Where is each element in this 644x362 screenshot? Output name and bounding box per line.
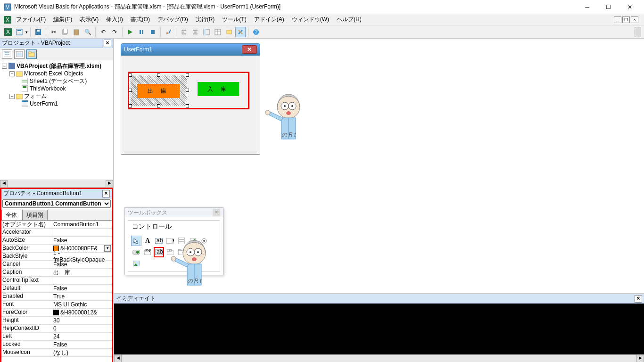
property-value[interactable]: False: [52, 285, 112, 292]
properties-grid[interactable]: (オブジェクト名)CommandButton1AcceleratorAutoSi…: [1, 221, 112, 362]
toolbox-titlebar[interactable]: ツールボックス ×: [125, 208, 223, 217]
save-icon[interactable]: [33, 27, 43, 37]
userform-titlebar[interactable]: UserForm1 ✕: [121, 43, 260, 56]
align-left-icon[interactable]: [179, 27, 189, 37]
property-row[interactable]: Accelerator: [1, 229, 112, 237]
copy-icon[interactable]: [60, 27, 70, 37]
immediate-close-button[interactable]: ×: [635, 295, 642, 303]
menu-help[interactable]: ヘルプ(H): [334, 16, 364, 24]
property-row[interactable]: HelpContextID0: [1, 325, 112, 333]
tabstrip-tool-icon[interactable]: [165, 247, 175, 257]
tab-all[interactable]: 全体: [1, 210, 21, 220]
menu-tools[interactable]: ツール(T): [219, 16, 249, 24]
scroll-left-icon[interactable]: ◀: [0, 180, 8, 188]
view-code-icon[interactable]: [2, 49, 12, 59]
resize-handle[interactable]: [186, 104, 189, 107]
immediate-textarea[interactable]: [114, 304, 644, 354]
userform-close-button[interactable]: ✕: [242, 45, 257, 54]
scroll-right-icon[interactable]: ▶: [106, 180, 113, 188]
image-tool-icon[interactable]: [131, 258, 141, 269]
scroll-left-icon[interactable]: ◀: [114, 355, 122, 362]
minimize-button[interactable]: ─: [577, 0, 598, 14]
project-explorer-icon[interactable]: [201, 27, 212, 37]
spinbutton-tool-icon[interactable]: [199, 247, 209, 257]
property-row[interactable]: DefaultFalse: [1, 285, 112, 293]
toolbar-overflow[interactable]: [635, 27, 641, 37]
property-value[interactable]: True: [52, 293, 112, 300]
mdi-restore[interactable]: ❐: [622, 16, 630, 23]
checkbox-tool-icon[interactable]: [188, 236, 198, 246]
menu-view[interactable]: 表示(V): [77, 16, 101, 24]
mdi-close[interactable]: ×: [631, 16, 638, 23]
immediate-titlebar[interactable]: イミディエイト ×: [114, 294, 644, 304]
menu-run[interactable]: 実行(R): [193, 16, 218, 24]
menu-addin[interactable]: アドイン(A): [251, 16, 287, 24]
property-value[interactable]: MS UI Gothic: [52, 301, 112, 308]
find-icon[interactable]: 🔍: [83, 27, 93, 37]
resize-handle[interactable]: [129, 89, 132, 92]
resize-handle[interactable]: [129, 104, 132, 107]
reset-icon[interactable]: [148, 27, 158, 37]
property-value[interactable]: (なし): [52, 349, 112, 356]
property-row[interactable]: EnabledTrue: [1, 293, 112, 301]
listbox-tool-icon[interactable]: [176, 236, 187, 246]
property-value[interactable]: 30: [52, 317, 112, 324]
menu-insert[interactable]: 挿入(I): [103, 16, 125, 24]
menu-file[interactable]: ファイル(F): [13, 16, 49, 24]
property-row[interactable]: Caption出 庫: [1, 269, 112, 277]
property-value[interactable]: False: [52, 261, 112, 268]
tree-root[interactable]: VBAProject (部品在庫管理.xlsm): [17, 62, 101, 70]
property-value[interactable]: 1 - fmBackStyleOpaque: [52, 253, 112, 260]
tree-collapse-icon[interactable]: −: [9, 71, 15, 76]
property-row[interactable]: ForeColor&H80000012&: [1, 309, 112, 317]
property-value[interactable]: CommandButton1: [52, 221, 112, 228]
close-button[interactable]: ✕: [619, 0, 640, 14]
view-object-icon[interactable]: [14, 49, 25, 59]
resize-handle[interactable]: [129, 74, 132, 77]
resize-handle[interactable]: [186, 74, 189, 77]
tree-forms[interactable]: フォーム: [24, 92, 47, 100]
property-row[interactable]: FontMS UI Gothic: [1, 301, 112, 309]
frame-tool-icon[interactable]: xy: [142, 247, 153, 257]
combobox-tool-icon[interactable]: ▾: [165, 236, 175, 246]
toolbox-window[interactable]: ツールボックス × コントロール A ab ▾ xy ab: [124, 207, 223, 275]
tab-categorized[interactable]: 項目別: [22, 210, 48, 220]
property-row[interactable]: CancelFalse: [1, 261, 112, 269]
break-icon[interactable]: [136, 27, 147, 37]
label-tool-icon[interactable]: A: [142, 236, 153, 246]
property-row[interactable]: AutoSizeFalse: [1, 237, 112, 245]
togglebutton-tool-icon[interactable]: [131, 247, 141, 257]
button-nyuuko[interactable]: 入 庫: [198, 82, 239, 96]
properties-close-button[interactable]: ×: [102, 190, 110, 197]
properties-icon[interactable]: [213, 27, 223, 37]
toolbox-close-button[interactable]: ×: [213, 209, 220, 216]
textbox-tool-icon[interactable]: ab: [154, 236, 164, 246]
resize-handle[interactable]: [157, 74, 160, 77]
scroll-track[interactable]: [8, 180, 106, 187]
insert-module-icon[interactable]: [14, 27, 25, 37]
align-center-icon[interactable]: [190, 27, 200, 37]
property-value[interactable]: False: [52, 341, 112, 348]
object-selector[interactable]: CommandButton1 CommandButton: [2, 199, 111, 208]
object-browser-icon[interactable]: [224, 27, 234, 37]
property-value[interactable]: 24: [52, 333, 112, 340]
property-value[interactable]: 出 庫: [52, 269, 112, 276]
cut-icon[interactable]: ✂: [49, 27, 59, 37]
resize-handle[interactable]: [157, 104, 160, 107]
toolbox-tab-controls[interactable]: コントロール: [128, 221, 220, 233]
property-row[interactable]: ControlTipText: [1, 277, 112, 285]
tree-excel-objects[interactable]: Microsoft Excel Objects: [24, 70, 83, 77]
button-syukko[interactable]: 出 庫: [137, 84, 180, 98]
resize-handle[interactable]: [186, 89, 189, 92]
run-icon[interactable]: [125, 27, 135, 37]
property-row[interactable]: (オブジェクト名)CommandButton1: [1, 221, 112, 229]
tree-collapse-icon[interactable]: −: [9, 94, 15, 99]
menu-format[interactable]: 書式(O): [128, 16, 153, 24]
scroll-right-icon[interactable]: ▶: [636, 355, 644, 362]
optionbutton-tool-icon[interactable]: [199, 236, 209, 246]
property-row[interactable]: Height30: [1, 317, 112, 325]
property-value[interactable]: False: [52, 237, 112, 244]
tree-userform1[interactable]: UserForm1: [30, 100, 58, 107]
property-value[interactable]: 0: [52, 325, 112, 332]
property-value[interactable]: [52, 229, 112, 236]
